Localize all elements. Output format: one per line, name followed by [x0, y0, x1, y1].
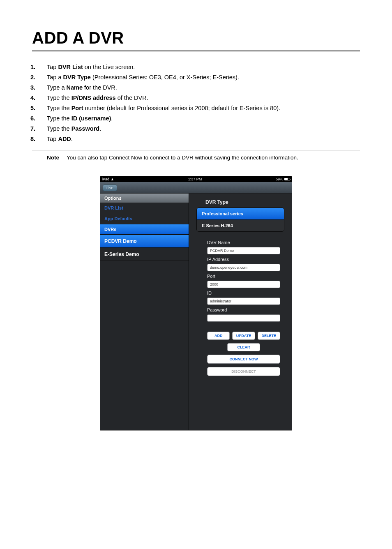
- live-button[interactable]: Live: [103, 185, 117, 191]
- id-input[interactable]: [207, 298, 280, 305]
- password-label: Password: [207, 307, 280, 312]
- add-button[interactable]: ADD: [207, 332, 230, 340]
- step-2: 2.Tap a DVR Type (Professional Series: O…: [32, 73, 360, 82]
- dvr-name-label: DVR Name: [207, 240, 280, 245]
- note-label: Note: [47, 155, 59, 161]
- sidebar-app-defaults[interactable]: App Defaults: [100, 213, 189, 224]
- ip-address-input[interactable]: [207, 264, 280, 271]
- ipad-screenshot: iPad ▲ 1:37 PM 59% Live Options DVR List…: [100, 176, 292, 431]
- sidebar-item-pcdvr-demo[interactable]: PCDVR Demo: [100, 235, 189, 248]
- note-block: Note You can also tap Connect Now to con…: [32, 150, 360, 165]
- disconnect-button[interactable]: DISCONNECT: [207, 367, 280, 376]
- step-7: 7.Type the Password.: [32, 125, 360, 133]
- device-label: iPad: [102, 177, 109, 181]
- note-text: You can also tap Connect Now to connect …: [67, 155, 360, 161]
- instruction-steps: 1.Tap DVR List on the Live screen. 2.Tap…: [32, 63, 360, 143]
- sidebar-dvrs-header: DVRs: [100, 224, 189, 235]
- sidebar-dvr-list[interactable]: DVR List: [100, 203, 189, 213]
- page-title: ADD A DVR: [32, 29, 360, 51]
- content-pane: DVR Type Professional series E Series H.…: [189, 194, 292, 430]
- port-input[interactable]: [207, 281, 280, 288]
- sidebar-options-header: Options: [100, 194, 189, 203]
- type-e-series-h264[interactable]: E Series H.264: [197, 219, 284, 231]
- update-button[interactable]: UPDATE: [232, 332, 255, 340]
- button-row-primary: ADD UPDATE DELETE: [207, 332, 280, 340]
- dvr-type-list: Professional series E Series H.264: [196, 208, 284, 232]
- ip-address-label: IP Address: [207, 257, 280, 262]
- step-6: 6.Type the ID (username).: [32, 114, 360, 123]
- nav-bar: Live: [100, 182, 292, 194]
- wifi-icon: ▲: [111, 177, 114, 181]
- step-5: 5.Type the Port number (default for Prof…: [32, 104, 360, 113]
- step-3: 3.Type a Name for the DVR.: [32, 83, 360, 92]
- step-1: 1.Tap DVR List on the Live screen.: [32, 63, 360, 72]
- step-8: 8.Tap ADD.: [32, 135, 360, 143]
- delete-button[interactable]: DELETE: [258, 332, 280, 340]
- dvr-type-title: DVR Type: [189, 194, 292, 208]
- clear-row: CLEAR: [207, 343, 280, 351]
- sidebar-item-eseries-demo[interactable]: E-Series Demo: [100, 248, 189, 261]
- step-4: 4.Type the IP/DNS address of the DVR.: [32, 94, 360, 102]
- battery-icon: [284, 178, 290, 180]
- clear-button[interactable]: CLEAR: [227, 343, 260, 351]
- connect-now-button[interactable]: CONNECT NOW: [207, 355, 280, 364]
- battery-percent: 59%: [276, 177, 283, 181]
- dvr-form: DVR Name IP Address Port ID Password ADD…: [189, 232, 292, 379]
- status-time: 1:37 PM: [188, 177, 202, 181]
- type-professional-series[interactable]: Professional series: [197, 208, 284, 219]
- password-input[interactable]: [207, 314, 280, 322]
- id-label: ID: [207, 291, 280, 295]
- dvr-name-input[interactable]: [207, 247, 280, 254]
- sidebar: Options DVR List App Defaults DVRs PCDVR…: [100, 194, 189, 430]
- port-label: Port: [207, 274, 280, 279]
- status-bar: iPad ▲ 1:37 PM 59%: [100, 176, 292, 182]
